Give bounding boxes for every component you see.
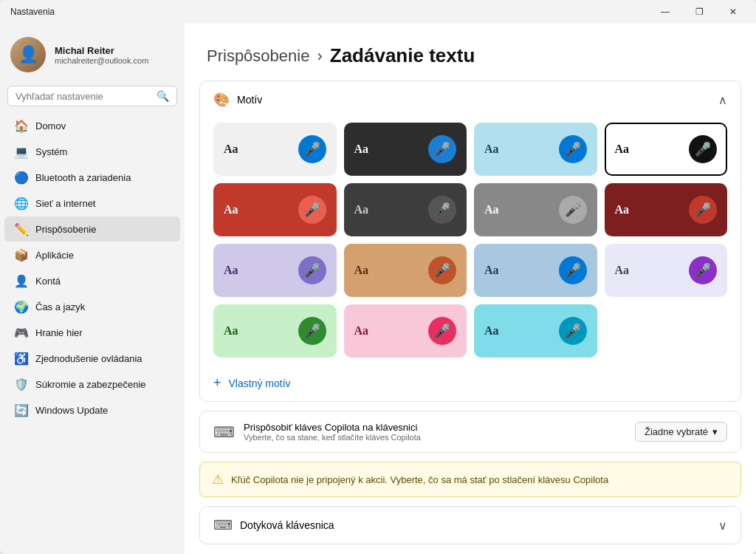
setting-row-left: ⌨ Prispôsobiť kláves Copilota na klávesn… (213, 422, 421, 442)
breadcrumb-separator: › (317, 47, 322, 66)
mic-icon: 🎤 (298, 317, 326, 345)
nav-icon-system: 💻 (15, 145, 28, 158)
minimize-button[interactable]: — (648, 0, 682, 24)
theme-text: Aa (354, 203, 369, 216)
theme-text: Aa (354, 324, 369, 338)
theme-item-t1[interactable]: Aa 🎤 (213, 123, 337, 176)
nav-label-konta: Kontá (35, 276, 61, 287)
theme-item-t3[interactable]: Aa 🎤 (474, 123, 597, 176)
nav-label-siet: Sieť a internet (35, 198, 95, 209)
touch-section: ⌨ Dotyková klávesnica ∨ (199, 506, 741, 544)
mic-icon: 🎤 (428, 196, 456, 224)
sidebar-item-aplikacie[interactable]: 📦Aplikácie (4, 242, 180, 267)
nav-label-bluetooth: Bluetooth a zariadenia (35, 172, 131, 183)
theme-item-t6[interactable]: Aa 🎤 (344, 183, 467, 236)
theme-text: Aa (484, 203, 499, 216)
sidebar-item-domov[interactable]: 🏠Domov (4, 113, 180, 138)
keyboard-icon: ⌨ (213, 423, 235, 441)
page-header-parent: Prispôsobenie (207, 47, 309, 66)
sidebar-item-cas[interactable]: 🌍Čas a jazyk (4, 294, 180, 319)
sidebar-item-sukromie[interactable]: 🛡️Súkromie a zabezpečenie (4, 372, 180, 397)
close-button[interactable]: ✕ (716, 0, 750, 24)
nav-label-sukromie: Súkromie a zabezpečenie (35, 379, 146, 390)
section-header-left: 🎨 Motív (213, 92, 262, 108)
nav-label-system: Systém (35, 146, 67, 157)
theme-item-t2[interactable]: Aa 🎤 (344, 123, 467, 176)
custom-motiv-label: Vlastný motív (229, 377, 291, 389)
theme-item-t4[interactable]: Aa 🎤 (605, 123, 728, 176)
warning-banner: ⚠ Kľúč Copilota nie je pripojený k akcii… (199, 462, 741, 497)
warning-text: Kľúč Copilota nie je pripojený k akcii. … (231, 474, 608, 485)
nav-icon-zjednodusenie: ♿ (15, 352, 28, 365)
nav-label-prisposobenie: Prispôsobenie (35, 224, 96, 235)
mic-icon: 🎤 (559, 317, 587, 345)
mic-icon: 🎤 (689, 196, 717, 224)
mic-icon: 🎤 (428, 135, 456, 163)
settings-window: Nastavenia — ❐ ✕ 👤 Michal Reiter michalr… (0, 0, 756, 554)
main-content: Prispôsobenie › Zadávanie textu 🎨 Motív … (185, 24, 756, 554)
theme-text: Aa (224, 264, 238, 277)
copilot-dropdown-button[interactable]: Žiadne vybraté ▾ (635, 422, 727, 442)
user-name: Michal Reiter (55, 45, 148, 56)
touch-section-title: Dotyková klávesnica (240, 519, 334, 531)
theme-item-t10[interactable]: Aa 🎤 (344, 244, 467, 297)
sidebar-item-zjednodusenie[interactable]: ♿Zjednodušenie ovládania (4, 346, 180, 371)
theme-item-t13[interactable]: Aa 🎤 (213, 304, 337, 358)
theme-item-t9[interactable]: Aa 🎤 (213, 244, 337, 297)
theme-text: Aa (484, 143, 499, 156)
theme-item-t8[interactable]: Aa 🎤 (605, 183, 728, 236)
nav-icon-siet: 🌐 (15, 196, 28, 210)
motiv-section: 🎨 Motív ∧ Aa 🎤 Aa 🎤 Aa 🎤 Aa 🎤 Aa 🎤 Aa 🎤 … (199, 81, 741, 402)
theme-item-t5[interactable]: Aa 🎤 (213, 183, 337, 236)
theme-text: Aa (354, 264, 369, 277)
mic-icon: 🎤 (298, 256, 326, 284)
theme-item-t14[interactable]: Aa 🎤 (344, 304, 467, 358)
mic-icon: 🎤 (689, 135, 717, 163)
motiv-section-header[interactable]: 🎨 Motív ∧ (200, 81, 740, 118)
titlebar: Nastavenia — ❐ ✕ (0, 0, 756, 24)
sidebar-item-prisposobenie[interactable]: ✏️Prispôsobenie (4, 216, 180, 242)
sidebar-item-siet[interactable]: 🌐Sieť a internet (4, 191, 180, 216)
user-email: michalreiter@outlook.com (55, 56, 148, 65)
nav-label-cas: Čas a jazyk (35, 301, 85, 312)
nav-label-hranie: Hranie hier (35, 327, 83, 338)
nav-icon-hranie: 🎮 (15, 326, 28, 339)
sidebar: 👤 Michal Reiter michalreiter@outlook.com… (0, 24, 185, 554)
chevron-up-icon: ∧ (718, 93, 727, 107)
maximize-button[interactable]: ❐ (682, 0, 716, 24)
nav-icon-bluetooth: 🔵 (15, 171, 28, 184)
nav-icon-prisposobenie: ✏️ (15, 222, 28, 236)
nav-label-zjednodusenie: Zjednodušenie ovládania (35, 353, 142, 364)
chevron-down-icon: ▾ (712, 426, 718, 437)
window-controls: — ❐ ✕ (648, 0, 750, 24)
sidebar-item-system[interactable]: 💻Systém (4, 139, 180, 164)
plus-icon: + (213, 375, 221, 391)
sidebar-item-konta[interactable]: 👤Kontá (4, 268, 180, 293)
theme-item-t7[interactable]: Aa 🎤 (474, 183, 597, 236)
mic-icon: 🎤 (559, 135, 587, 163)
theme-text: Aa (615, 203, 630, 216)
theme-text: Aa (224, 324, 238, 338)
theme-item-t12[interactable]: Aa 🎤 (605, 244, 728, 297)
theme-item-t15[interactable]: Aa 🎤 (474, 304, 597, 358)
nav-icon-aplikacie: 📦 (15, 248, 28, 261)
warning-icon: ⚠ (212, 471, 224, 488)
sidebar-item-hranie[interactable]: 🎮Hranie hier (4, 320, 180, 345)
search-input[interactable] (16, 91, 152, 102)
nav-label-windows-update: Windows Update (35, 405, 108, 416)
custom-motiv-row[interactable]: + Vlastný motív (200, 369, 740, 401)
nav-label-aplikacie: Aplikácie (35, 250, 74, 261)
touch-section-header[interactable]: ⌨ Dotyková klávesnica ∨ (200, 507, 740, 544)
mic-icon: 🎤 (559, 256, 587, 284)
search-box[interactable]: 🔍 (7, 86, 177, 106)
theme-text: Aa (224, 143, 238, 156)
avatar-image: 👤 (10, 37, 46, 72)
sidebar-item-bluetooth[interactable]: 🔵Bluetooth a zariadenia (4, 165, 180, 190)
mic-icon: 🎤 (298, 135, 326, 163)
theme-text: Aa (354, 143, 369, 156)
sidebar-item-windows-update[interactable]: 🔄Windows Update (4, 397, 180, 423)
window-title: Nastavenia (10, 7, 55, 17)
user-profile: 👤 Michal Reiter michalreiter@outlook.com (0, 24, 185, 83)
theme-grid: Aa 🎤 Aa 🎤 Aa 🎤 Aa 🎤 Aa 🎤 Aa 🎤 Aa 🎤 Aa 🎤 … (200, 118, 740, 369)
theme-item-t11[interactable]: Aa 🎤 (474, 244, 597, 297)
